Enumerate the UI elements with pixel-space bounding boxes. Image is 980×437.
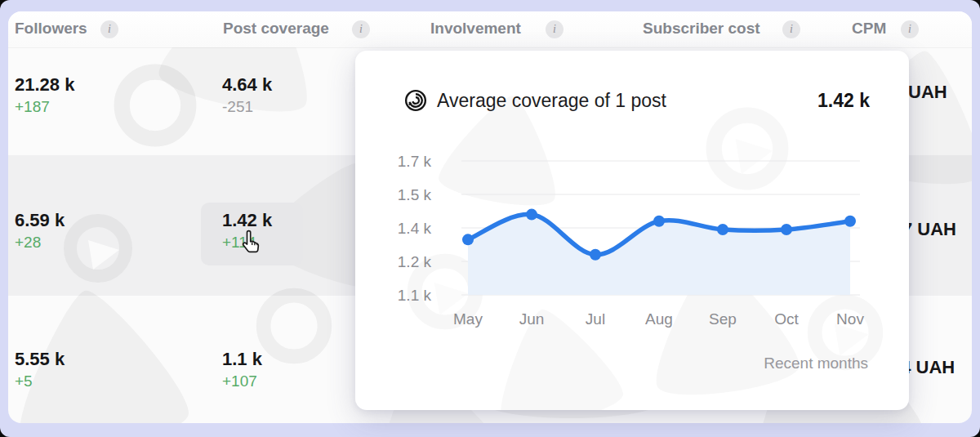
followers-cell[interactable]: 5.55 k +5 [15, 348, 65, 392]
cpm-value-partial[interactable]: 7 UAH [902, 219, 956, 240]
chart-period-label: Recent months [764, 355, 868, 372]
data-point[interactable] [653, 216, 665, 227]
post-coverage-value: 4.64 k [222, 74, 272, 96]
coverage-spiral-icon [404, 88, 427, 116]
analytics-page: Followers i Post coverage i Involvement … [0, 0, 980, 437]
x-tick-label: Jul [586, 310, 605, 328]
hand-cursor-icon [239, 229, 264, 260]
y-tick-label: 1.4 k [398, 220, 432, 237]
post-coverage-cell[interactable]: 1.1 k +107 [222, 348, 262, 392]
info-icon[interactable]: i [100, 20, 118, 38]
info-icon[interactable]: i [782, 20, 800, 38]
followers-value: 6.59 k [15, 209, 65, 232]
followers-delta: +5 [15, 371, 65, 392]
info-icon[interactable]: i [901, 20, 919, 38]
column-header-involvement: Involvement [430, 20, 521, 38]
post-coverage-delta: -251 [222, 96, 272, 118]
y-tick-label: 1.7 k [398, 153, 432, 170]
info-icon[interactable]: i [352, 20, 370, 38]
column-header-subscriber-cost: Subscriber cost [643, 20, 760, 38]
followers-delta: +28 [15, 232, 65, 253]
column-header-cpm: CPM [852, 20, 886, 38]
post-coverage-value: 1.1 k [222, 348, 262, 371]
followers-value: 21.28 k [15, 74, 74, 96]
data-point[interactable] [844, 216, 856, 227]
data-point[interactable] [462, 234, 474, 245]
x-tick-label: Oct [774, 310, 799, 328]
watermark-logo [106, 56, 204, 154]
x-tick-label: Aug [645, 310, 673, 328]
y-tick-label: 1.5 k [398, 186, 432, 203]
data-point[interactable] [717, 224, 728, 235]
followers-value: 5.55 k [15, 348, 65, 371]
followers-cell[interactable]: 21.28 k +187 [15, 74, 74, 118]
popup-title: Average coverage of 1 post [437, 90, 666, 112]
y-tick-label: 1.2 k [398, 253, 432, 270]
followers-cell[interactable]: 6.59 k +28 [15, 209, 65, 253]
post-coverage-delta: +107 [222, 371, 262, 392]
cpm-value-partial[interactable]: UAH [908, 82, 947, 103]
column-header-post-coverage: Post coverage [223, 20, 329, 38]
data-point[interactable] [590, 249, 601, 261]
x-tick-label: Nov [836, 310, 864, 328]
x-tick-label: Sep [709, 310, 737, 328]
y-tick-label: 1.1 k [398, 287, 432, 304]
column-header-followers: Followers [15, 20, 87, 38]
data-point[interactable] [781, 224, 792, 235]
coverage-popup: Average coverage of 1 post 1.42 k 1.7 k1… [355, 51, 909, 410]
x-tick-label: May [453, 310, 483, 328]
popup-current-value: 1.42 k [817, 90, 870, 112]
info-icon[interactable]: i [546, 20, 564, 38]
followers-delta: +187 [15, 96, 74, 118]
table-header: Followers i Post coverage i Involvement … [8, 11, 972, 47]
data-point[interactable] [526, 209, 537, 221]
post-coverage-cell[interactable]: 4.64 k -251 [222, 74, 272, 118]
x-tick-label: Jun [519, 310, 545, 328]
